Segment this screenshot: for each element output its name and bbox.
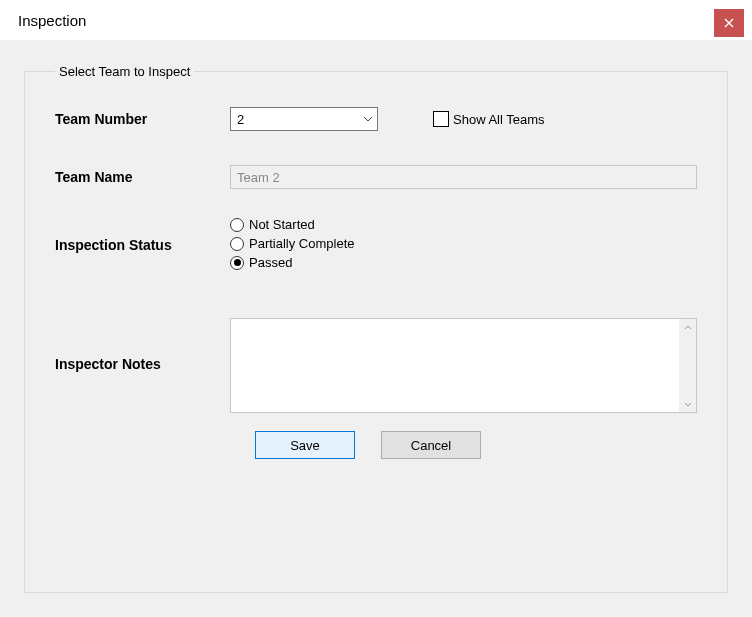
team-name-field: Team 2 xyxy=(230,165,697,189)
team-number-value: 2 xyxy=(237,112,244,127)
show-all-teams-label: Show All Teams xyxy=(453,112,545,127)
inspector-notes-label: Inspector Notes xyxy=(55,318,230,372)
team-name-label: Team Name xyxy=(55,169,230,185)
window-title: Inspection xyxy=(18,12,86,29)
select-team-group: Select Team to Inspect Team Number 2 Sho… xyxy=(24,64,728,593)
team-name-controls: Team 2 xyxy=(230,165,697,189)
checkbox-box xyxy=(433,111,449,127)
status-option-passed[interactable]: Passed xyxy=(230,255,355,270)
inspection-window: Inspection Select Team to Inspect Team N… xyxy=(0,0,752,617)
inspector-notes-controls xyxy=(230,318,697,413)
cancel-button[interactable]: Cancel xyxy=(381,431,481,459)
titlebar: Inspection xyxy=(0,0,752,40)
team-number-row: Team Number 2 Show All Teams xyxy=(55,107,697,131)
chevron-down-icon xyxy=(363,116,373,122)
save-button[interactable]: Save xyxy=(255,431,355,459)
cancel-button-label: Cancel xyxy=(411,438,451,453)
inspection-status-row: Inspection Status Not Started Partially … xyxy=(55,217,697,270)
content-area: Select Team to Inspect Team Number 2 Sho… xyxy=(0,40,752,617)
show-all-teams-checkbox[interactable]: Show All Teams xyxy=(433,111,545,127)
status-option-label: Partially Complete xyxy=(249,236,355,251)
team-number-combo[interactable]: 2 xyxy=(230,107,378,131)
group-legend: Select Team to Inspect xyxy=(55,64,194,79)
close-icon xyxy=(724,16,734,31)
team-number-label: Team Number xyxy=(55,111,230,127)
radio-icon xyxy=(230,256,244,270)
scroll-up-icon xyxy=(684,322,692,332)
status-radio-group: Not Started Partially Complete Passed xyxy=(230,217,355,270)
status-option-not-started[interactable]: Not Started xyxy=(230,217,355,232)
close-button[interactable] xyxy=(714,9,744,37)
radio-icon xyxy=(230,237,244,251)
team-name-row: Team Name Team 2 xyxy=(55,165,697,189)
team-number-controls: 2 Show All Teams xyxy=(230,107,697,131)
status-option-label: Passed xyxy=(249,255,292,270)
scroll-down-icon xyxy=(684,399,692,409)
status-option-label: Not Started xyxy=(249,217,315,232)
button-row: Save Cancel xyxy=(255,431,697,459)
save-button-label: Save xyxy=(290,438,320,453)
inspection-status-controls: Not Started Partially Complete Passed xyxy=(230,217,697,270)
team-name-value: Team 2 xyxy=(237,170,280,185)
inspector-notes-textarea[interactable] xyxy=(230,318,697,413)
radio-icon xyxy=(230,218,244,232)
notes-scrollbar[interactable] xyxy=(679,319,696,412)
status-option-partially-complete[interactable]: Partially Complete xyxy=(230,236,355,251)
inspection-status-label: Inspection Status xyxy=(55,217,230,253)
inspector-notes-row: Inspector Notes xyxy=(55,318,697,413)
